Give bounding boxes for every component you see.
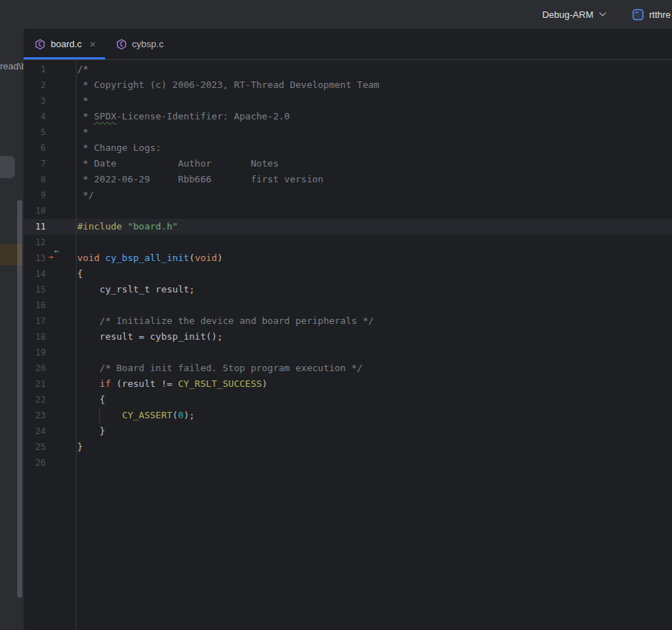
code-text: if (result != CY_RSLT_SUCCESS)	[76, 376, 672, 392]
run-config-selector[interactable]: Debug-ARM	[538, 0, 611, 29]
code-line[interactable]: 9 */	[24, 187, 672, 203]
code-line[interactable]: 20 /* Board init failed. Stop program ex…	[24, 360, 672, 376]
code-text: CY_ASSERT(0);	[76, 408, 672, 423]
line-number[interactable]: 18	[24, 329, 46, 345]
code-line[interactable]: 19	[24, 345, 672, 360]
code-line[interactable]: 15 cy_rslt_t result;	[24, 282, 672, 297]
code-line[interactable]: 24 }	[24, 423, 672, 439]
code-text	[76, 235, 672, 250]
line-number[interactable]: 2	[24, 77, 46, 93]
line-number[interactable]: 26	[24, 455, 46, 471]
code-line[interactable]: 23 CY_ASSERT(0);	[24, 408, 672, 423]
line-number[interactable]: 12	[24, 235, 46, 250]
line-number[interactable]: 16	[24, 297, 46, 313]
code-line[interactable]: 25}	[24, 439, 672, 455]
line-number[interactable]: 25	[24, 439, 46, 455]
line-number[interactable]: 3	[24, 93, 46, 109]
gutter-icon-area	[46, 187, 76, 203]
line-number[interactable]: 1	[24, 61, 46, 77]
code-line[interactable]: 18 result = cybsp_init();	[24, 329, 672, 345]
code-line[interactable]: 4 * SPDX-License-Identifier: Apache-2.0	[24, 109, 672, 124]
gutter-separator	[76, 60, 76, 630]
gutter-icon-area	[46, 124, 76, 140]
line-number[interactable]: 22	[24, 392, 46, 408]
code-text: {	[76, 266, 672, 282]
code-line[interactable]: 14{	[24, 266, 672, 282]
tab-cybsp-c[interactable]: C cybsp.c	[105, 29, 173, 59]
gutter-icon-area	[46, 423, 76, 439]
project-widget[interactable]: rtthre	[632, 0, 671, 29]
tab-label: cybsp.c	[132, 39, 164, 49]
line-number[interactable]: 17	[24, 313, 46, 329]
code-line[interactable]: 10	[24, 203, 672, 219]
project-panel-edge: read\b	[0, 29, 24, 630]
gutter-icon-area	[46, 140, 76, 156]
code-text: */	[76, 187, 672, 203]
code-line[interactable]: 1/*	[24, 61, 672, 77]
line-number[interactable]: 7	[24, 156, 46, 172]
line-number[interactable]: 14	[24, 266, 46, 282]
line-number[interactable]: 13	[24, 250, 46, 266]
gutter-icon-area	[46, 313, 76, 329]
navigate-arrows-icon[interactable]: ←→	[46, 250, 76, 266]
code-line[interactable]: 16	[24, 297, 672, 313]
line-number[interactable]: 15	[24, 282, 46, 297]
c-file-icon: C	[34, 39, 46, 50]
code-text: }	[76, 423, 672, 439]
code-text	[76, 203, 672, 219]
line-number[interactable]: 19	[24, 345, 46, 360]
code-line[interactable]: 17 /* Initialize the device and board pe…	[24, 313, 672, 329]
code-line[interactable]: 12	[24, 235, 672, 250]
code-line[interactable]: 2 * Copyright (c) 2006-2023, RT-Thread D…	[24, 77, 672, 93]
chevron-down-icon	[599, 12, 606, 16]
panel-item-partial[interactable]	[0, 156, 15, 178]
code-line[interactable]: 5 *	[24, 124, 672, 140]
tab-board-c[interactable]: C board.c ×	[24, 29, 105, 59]
close-tab-icon[interactable]: ×	[89, 39, 95, 49]
gutter-icon-area	[46, 408, 76, 423]
gutter-icon-area	[46, 282, 76, 297]
project-name: rtthre	[649, 9, 671, 20]
code-text	[76, 455, 672, 471]
line-number[interactable]: 8	[24, 172, 46, 187]
code-line[interactable]: 22 {	[24, 392, 672, 408]
line-number[interactable]: 9	[24, 187, 46, 203]
code-line[interactable]: 21 if (result != CY_RSLT_SUCCESS)	[24, 376, 672, 392]
line-number[interactable]: 4	[24, 109, 46, 124]
code-line[interactable]: 11#include "board.h"	[24, 219, 672, 235]
arrow-right-icon: →	[49, 253, 54, 261]
code-text: /*	[76, 61, 672, 77]
run-config-label: Debug-ARM	[542, 9, 593, 20]
line-number[interactable]: 23	[24, 408, 46, 423]
line-number[interactable]: 11	[24, 219, 46, 235]
code-text: * SPDX-License-Identifier: Apache-2.0	[76, 109, 672, 124]
line-number[interactable]: 10	[24, 203, 46, 219]
code-line[interactable]: 26	[24, 455, 672, 471]
code-lines: 1/*2 * Copyright (c) 2006-2023, RT-Threa…	[24, 61, 672, 471]
code-editor[interactable]: 1/*2 * Copyright (c) 2006-2023, RT-Threa…	[24, 60, 672, 630]
code-line[interactable]: 13←→void cy_bsp_all_init(void)	[24, 250, 672, 266]
ide-window: Debug-ARM rtthre read\b C	[0, 0, 672, 630]
gutter-icon-area	[46, 219, 76, 235]
c-file-icon: C	[116, 39, 127, 50]
code-line[interactable]: 6 * Change Logs:	[24, 140, 672, 156]
gutter-icon-area	[46, 77, 76, 93]
line-number[interactable]: 6	[24, 140, 46, 156]
line-number[interactable]: 5	[24, 124, 46, 140]
code-line[interactable]: 7 * Date Author Notes	[24, 156, 672, 172]
code-text: * 2022-06-29 Rbb666 first version	[76, 172, 672, 187]
main-area: read\b C board.c × C cybsp.c	[0, 29, 672, 630]
code-text: *	[76, 93, 672, 109]
arrow-left-icon: ←	[54, 247, 59, 255]
gutter-icon-area	[46, 345, 76, 360]
line-number[interactable]: 21	[24, 376, 46, 392]
line-number[interactable]: 24	[24, 423, 46, 439]
project-panel-scrollbar[interactable]	[17, 200, 22, 598]
tab-label: board.c	[51, 39, 81, 49]
code-text: #include "board.h"	[76, 219, 672, 235]
code-line[interactable]: 8 * 2022-06-29 Rbb666 first version	[24, 172, 672, 187]
line-number[interactable]: 20	[24, 360, 46, 376]
gutter-icon-area	[46, 266, 76, 282]
code-line[interactable]: 3 *	[24, 93, 672, 109]
code-text: * Date Author Notes	[76, 156, 672, 172]
